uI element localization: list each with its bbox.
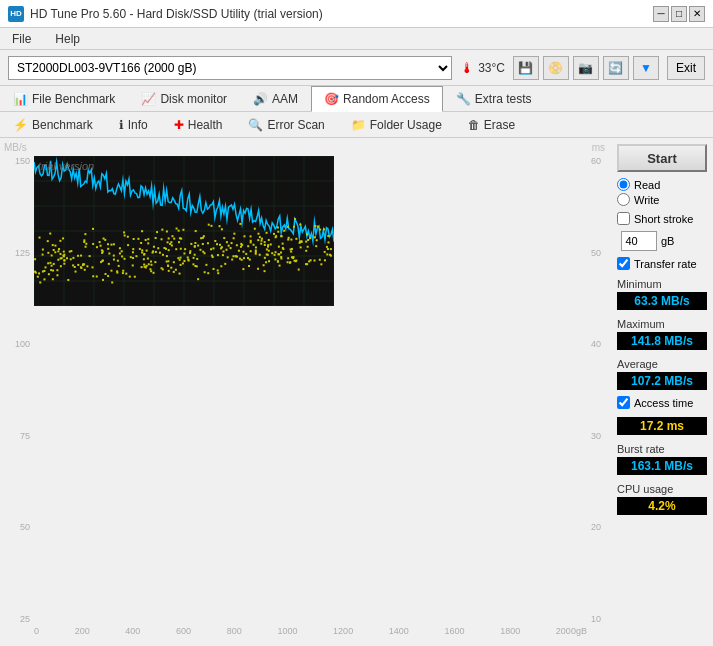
exit-button[interactable]: Exit [667,56,705,80]
tab-aam[interactable]: 🔊 AAM [240,86,311,111]
access-time-checkbox[interactable] [617,396,630,409]
average-label: Average [617,358,707,370]
tab-extra-tests[interactable]: 🔧 Extra tests [443,86,545,111]
drive-select[interactable]: ST2000DL003-9VT166 (2000 gB) [8,56,452,80]
write-radio[interactable] [617,193,630,206]
x-1000: 1000 [277,626,297,636]
aam-icon: 🔊 [253,92,268,106]
tab-info[interactable]: ℹ Info [106,112,161,137]
tab-random-access-label: Random Access [343,92,430,106]
title-bar-left: HD HD Tune Pro 5.60 - Hard Disk/SSD Util… [8,6,323,22]
read-radio[interactable] [617,178,630,191]
x-axis: 0 200 400 600 800 1000 1200 1400 1600 18… [34,624,587,642]
minimize-button[interactable]: ─ [653,6,669,22]
stroke-unit-label: gB [661,235,674,247]
ssd-button[interactable]: 📀 [543,56,569,80]
tab-random-access[interactable]: 🎯 Random Access [311,86,443,112]
x-200: 200 [75,626,90,636]
download-button[interactable]: ▼ [633,56,659,80]
average-value: 107.2 MB/s [617,372,707,390]
tab-benchmark-label: Benchmark [32,118,93,132]
extra-tests-icon: 🔧 [456,92,471,106]
tab-health[interactable]: ✚ Health [161,112,236,137]
start-button[interactable]: Start [617,144,707,172]
tab-benchmark[interactable]: ⚡ Benchmark [0,112,106,137]
right-panel: Start Read Write Short stroke gB Transfe… [613,138,713,646]
tab-disk-monitor[interactable]: 📈 Disk monitor [128,86,240,111]
transfer-rate-text: Transfer rate [634,258,697,270]
x-1200: 1200 [333,626,353,636]
tabs-row2: ⚡ Benchmark ℹ Info ✚ Health 🔍 Error Scan… [0,112,713,138]
tab-info-label: Info [128,118,148,132]
y-left-125: 125 [15,248,30,258]
access-time-label[interactable]: Access time [617,396,707,409]
short-stroke-label[interactable]: Short stroke [617,212,707,225]
menu-bar: File Help [0,28,713,50]
access-time-value: 17.2 ms [617,417,707,435]
write-label: Write [634,194,659,206]
x-1400: 1400 [389,626,409,636]
tab-folder-usage[interactable]: 📁 Folder Usage [338,112,455,137]
main-content: MB/s ms 150 125 100 75 50 25 60 50 40 30… [0,138,713,646]
minimum-label: Minimum [617,278,707,290]
y-right-40: 40 [591,339,601,349]
info-icon: ℹ [119,118,124,132]
chart-container: MB/s ms 150 125 100 75 50 25 60 50 40 30… [4,142,609,642]
file-benchmark-icon: 📊 [13,92,28,106]
camera-button[interactable]: 📷 [573,56,599,80]
y-axis-right: 60 50 40 30 20 10 [589,156,609,624]
y-axis-left: 150 125 100 75 50 25 [4,156,32,624]
hdd-info-button[interactable]: 💾 [513,56,539,80]
stroke-value-input[interactable] [621,231,657,251]
erase-icon: 🗑 [468,118,480,132]
x-0: 0 [34,626,39,636]
cpu-usage-value: 4.2% [617,497,707,515]
x-2000: 2000gB [556,626,587,636]
write-radio-label[interactable]: Write [617,193,707,206]
burst-rate-value: 163.1 MB/s [617,457,707,475]
short-stroke-checkbox[interactable] [617,212,630,225]
tab-disk-monitor-label: Disk monitor [160,92,227,106]
tab-erase[interactable]: 🗑 Erase [455,112,528,137]
x-600: 600 [176,626,191,636]
tab-error-scan-label: Error Scan [267,118,324,132]
access-time-text: Access time [634,397,693,409]
read-label: Read [634,179,660,191]
app-icon: HD [8,6,24,22]
transfer-rate-checkbox[interactable] [617,257,630,270]
health-icon: ✚ [174,118,184,132]
y-axis-unit-left: MB/s [4,142,27,153]
access-time-section: 17.2 ms [617,417,707,435]
tab-file-benchmark[interactable]: 📊 File Benchmark [0,86,128,111]
toolbar: ST2000DL003-9VT166 (2000 gB) 🌡 33°C 💾 📀 … [0,50,713,86]
title-bar: HD HD Tune Pro 5.60 - Hard Disk/SSD Util… [0,0,713,28]
close-button[interactable]: ✕ [689,6,705,22]
y-axis-unit-right: ms [592,142,605,153]
benchmark-chart [34,156,334,306]
file-menu[interactable]: File [8,31,35,47]
thermometer-icon: 🌡 [460,60,474,76]
tab-folder-usage-label: Folder Usage [370,118,442,132]
benchmark-icon: ⚡ [13,118,28,132]
tabs-row1: 📊 File Benchmark 📈 Disk monitor 🔊 AAM 🎯 … [0,86,713,112]
average-section: Average 107.2 MB/s [617,358,707,390]
folder-usage-icon: 📁 [351,118,366,132]
transfer-rate-label[interactable]: Transfer rate [617,257,707,270]
random-access-icon: 🎯 [324,92,339,106]
minimum-value: 63.3 MB/s [617,292,707,310]
help-menu[interactable]: Help [51,31,84,47]
tab-error-scan[interactable]: 🔍 Error Scan [235,112,337,137]
y-left-100: 100 [15,339,30,349]
maximize-button[interactable]: □ [671,6,687,22]
refresh-button[interactable]: 🔄 [603,56,629,80]
y-left-75: 75 [20,431,30,441]
y-right-30: 30 [591,431,601,441]
minimum-section: Minimum 63.3 MB/s [617,278,707,310]
toolbar-icons: 💾 📀 📷 🔄 ▼ [513,56,659,80]
window-title: HD Tune Pro 5.60 - Hard Disk/SSD Utility… [30,7,323,21]
short-stroke-text: Short stroke [634,213,693,225]
y-left-150: 150 [15,156,30,166]
read-radio-label[interactable]: Read [617,178,707,191]
error-scan-icon: 🔍 [248,118,263,132]
y-right-20: 20 [591,522,601,532]
